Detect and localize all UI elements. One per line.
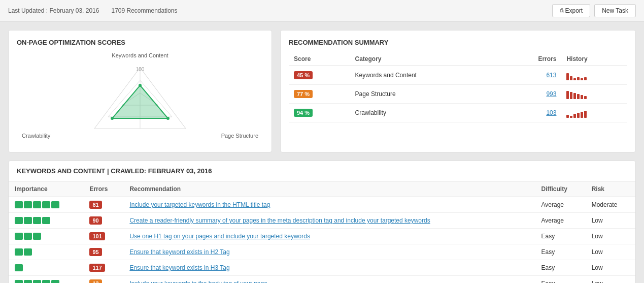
- kw-difficulty-cell: Easy: [535, 276, 586, 284]
- recommendation-link[interactable]: Use one H1 tag on your pages and include…: [129, 233, 310, 240]
- keywords-table: Importance Errors Recommendation Difficu…: [9, 181, 635, 283]
- kw-importance-cell: [9, 213, 83, 229]
- col-score: Score: [289, 52, 350, 66]
- recommendation-summary-panel: RECOMMENDATION SUMMARY Score Category Er…: [280, 30, 636, 152]
- history-bar: [581, 78, 583, 80]
- importance-bar: [33, 233, 41, 240]
- kw-risk-cell: Moderate: [586, 197, 635, 213]
- kw-errors-cell: 90: [83, 213, 123, 229]
- importance-bar: [51, 201, 59, 208]
- kw-importance-cell: [9, 229, 83, 244]
- kw-difficulty-cell: Average: [535, 213, 586, 229]
- kw-table-header: Importance Errors Recommendation Difficu…: [9, 181, 635, 197]
- rec-score-cell: 94 %: [289, 104, 350, 122]
- keywords-panel-title: KEYWORDS AND CONTENT | CRAWLED: FEBRUARY…: [9, 161, 635, 181]
- on-page-panel: ON-PAGE OPTIMIZATION SCORES Keywords and…: [8, 30, 272, 152]
- kw-errors-cell: 117: [83, 260, 123, 276]
- importance-bar: [24, 280, 32, 283]
- history-bar: [573, 114, 576, 118]
- importance-bar: [33, 201, 41, 208]
- kw-risk-cell: Low: [586, 213, 635, 229]
- history-bar: [573, 93, 576, 99]
- top-bar: Last Updated : February 03, 2016 1709 Re…: [0, 0, 644, 22]
- kw-risk-cell: Low: [586, 244, 635, 260]
- kw-difficulty-cell: Average: [535, 197, 586, 213]
- errors-link[interactable]: 613: [546, 72, 556, 79]
- kw-row: 81 Include your targeted keywords in the…: [9, 197, 635, 213]
- kw-importance-cell: [9, 197, 83, 213]
- history-bar: [581, 112, 583, 118]
- top-bar-actions: ⎙ Export New Task: [552, 4, 636, 17]
- history-bar: [570, 76, 572, 80]
- history-bar: [577, 77, 580, 80]
- radar-labels: Keywords and Content 100 Crawlability Pa…: [17, 52, 263, 144]
- importance-bar: [15, 217, 23, 224]
- col-errors: Errors: [83, 181, 123, 197]
- col-history: History: [561, 52, 627, 66]
- kw-recommendation-cell: Include your keywords in the body tag of…: [123, 276, 535, 284]
- kw-row: 101 Use one H1 tag on your pages and inc…: [9, 229, 635, 244]
- kw-difficulty-cell: Easy: [535, 229, 586, 244]
- errors-link[interactable]: 103: [546, 109, 556, 116]
- rec-table-header: Score Category Errors History: [289, 52, 627, 66]
- rec-summary-title: RECOMMENDATION SUMMARY: [289, 39, 627, 46]
- history-bar: [573, 78, 576, 80]
- main-content: ON-PAGE OPTIMIZATION SCORES Keywords and…: [0, 22, 644, 283]
- recommendation-link[interactable]: Create a reader-friendly summary of your…: [129, 217, 430, 224]
- recommendation-link[interactable]: Include your targeted keywords in the HT…: [129, 201, 270, 208]
- rec-history-cell: [561, 104, 627, 122]
- importance-bar: [33, 217, 41, 224]
- kw-errors-cell: 95: [83, 244, 123, 260]
- history-bar: [566, 115, 569, 118]
- importance-bar: [42, 201, 50, 208]
- rec-score-cell: 45 %: [289, 66, 350, 85]
- rec-score-cell: 77 %: [289, 85, 350, 104]
- rec-errors-cell: 613: [501, 66, 561, 85]
- importance-bar: [24, 233, 32, 240]
- history-bar: [566, 73, 569, 80]
- errors-link[interactable]: 993: [546, 90, 556, 98]
- rec-category-cell: Crawlability: [350, 104, 502, 122]
- error-badge: 81: [89, 201, 101, 209]
- kw-risk-cell: Low: [586, 260, 635, 276]
- radar-label-top: Keywords and Content: [112, 52, 168, 58]
- history-bar: [566, 91, 569, 99]
- export-button[interactable]: ⎙ Export: [552, 4, 591, 17]
- recommendation-link[interactable]: Ensure that keyword exists in H2 Tag: [129, 248, 229, 256]
- score-badge: 77 %: [294, 90, 313, 98]
- rec-summary-table: Score Category Errors History 45 % Keywo…: [289, 52, 627, 122]
- importance-bar: [15, 280, 23, 283]
- history-bar: [581, 95, 583, 99]
- importance-bar: [42, 217, 50, 224]
- col-errors: Errors: [501, 52, 561, 66]
- rec-category-cell: Keywords and Content: [350, 66, 502, 85]
- importance-bar: [24, 217, 32, 224]
- rec-history-cell: [561, 66, 627, 85]
- kw-recommendation-cell: Ensure that keyword exists in H2 Tag: [123, 244, 535, 260]
- recommendation-link[interactable]: Include your keywords in the body tag of…: [129, 280, 267, 283]
- radar-label-bottom-right: Page Structure: [221, 133, 258, 139]
- importance-bar: [51, 280, 59, 283]
- history-bar: [584, 77, 587, 80]
- history-bar: [570, 116, 572, 118]
- new-task-button[interactable]: New Task: [594, 4, 636, 17]
- recommendations-count: 1709 Recommendations: [111, 7, 177, 14]
- kw-difficulty-cell: Easy: [535, 244, 586, 260]
- col-recommendation: Recommendation: [123, 181, 535, 197]
- recommendation-link[interactable]: Ensure that keyword exists in H3 Tag: [129, 264, 229, 271]
- error-badge: 90: [89, 216, 101, 225]
- kw-row: 13 Include your keywords in the body tag…: [9, 276, 635, 284]
- importance-bar: [24, 248, 32, 256]
- kw-row: 95 Ensure that keyword exists in H2 Tag …: [9, 244, 635, 260]
- history-bar: [584, 111, 587, 118]
- kw-errors-cell: 13: [83, 276, 123, 284]
- error-badge: 117: [89, 264, 105, 272]
- kw-importance-cell: [9, 260, 83, 276]
- score-badge: 45 %: [294, 71, 313, 79]
- kw-importance-cell: [9, 244, 83, 260]
- kw-risk-cell: Low: [586, 229, 635, 244]
- radar-chart: Keywords and Content 100 Crawlability Pa…: [17, 52, 263, 144]
- rec-row: 45 % Keywords and Content 613: [289, 66, 627, 85]
- history-bar: [570, 92, 572, 99]
- importance-bar: [42, 280, 50, 283]
